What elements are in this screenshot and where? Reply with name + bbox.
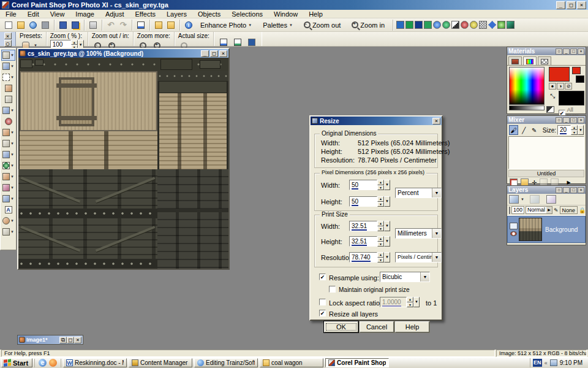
maximize-button[interactable]: □ [570,187,577,193]
mixer-more-icon[interactable]: ▶ [567,180,570,185]
pixel-width-spinner[interactable]: ▲▼ [377,180,384,190]
fit-image-to-window-icon[interactable] [232,37,243,48]
pixel-height-spinner[interactable]: ▲▼ [377,196,384,207]
mixer-canvas[interactable] [508,136,584,169]
close-button[interactable]: × [578,48,584,55]
zoom-out-button[interactable]: - Zoom out [300,20,345,31]
taskbar-task-folder[interactable]: coal wagon [260,358,323,367]
chevron-down-icon[interactable]: ▼ [420,272,429,282]
script-record-icon[interactable] [442,21,450,29]
menu-edit[interactable]: Edit [22,10,45,18]
enhance-photo-button[interactable]: Enhance Photo ▼ [196,20,256,31]
pixel-unit-combo[interactable]: Percent ▼ [395,188,442,198]
print-icon[interactable] [88,20,99,31]
browse-icon[interactable] [28,20,39,31]
script-toolbar-icon[interactable] [396,21,404,29]
scanner-icon[interactable] [40,20,51,31]
image-window[interactable]: cs_skin_grey.tga @ 100% (Background) _ □… [17,48,230,270]
mixer-size-slider-button[interactable]: ▼ [578,125,584,135]
maintain-print-size-checkbox[interactable] [329,286,336,293]
minimized-image-window[interactable]: Image1* ⧉ □ × [17,335,83,345]
brush-tool[interactable]: ▼ [1,160,15,171]
pin-icon[interactable]: ○ [556,187,562,193]
start-button[interactable]: Start [1,358,32,367]
cancel-button[interactable]: Cancel [360,321,394,332]
pixel-height-field[interactable]: 50 ▲▼ ▼ [349,196,390,207]
help-info-icon[interactable]: i [183,20,194,31]
lock-aspect-ratio-field[interactable]: 1.0000 ▲▼ ▼ [380,297,420,307]
pixel-width-field[interactable]: 50 ▲▼ ▼ [349,180,390,190]
new-layer-icon[interactable] [509,195,519,204]
layer-eye-icon[interactable] [510,231,517,236]
open-icon[interactable] [15,20,26,31]
menu-help[interactable]: Help [303,10,328,18]
color-picker-area[interactable] [509,67,545,105]
swap-colors-icon[interactable]: ⤡ [550,93,555,100]
menu-adjust[interactable]: Adjust [100,10,130,18]
minimize-button[interactable]: _ [563,48,570,55]
help-button[interactable]: Help [395,321,429,332]
tray-icon[interactable] [550,359,557,366]
mixer-brush-icon[interactable]: 🖌 [509,125,518,135]
fit-window-to-image-icon[interactable] [218,37,229,48]
blend-mode-combo[interactable]: Normal ▶ [526,206,552,214]
minimize-button[interactable]: _ [201,50,209,57]
minimize-button[interactable]: _ [563,187,570,193]
close-button[interactable]: × [577,1,586,9]
pan-tool[interactable]: ▼ [1,50,15,61]
foreground-color-swatch[interactable] [549,67,570,82]
taskbar-task-content-manager[interactable]: Content Manager Plus [129,358,192,367]
print-height-field[interactable]: 32.51 ▲▼ ▼ [349,236,390,247]
layer-row-background[interactable]: Background [507,216,586,243]
menu-effects[interactable]: Effects [130,10,161,18]
menu-objects[interactable]: Objects [192,10,226,18]
print-width-slider-button[interactable]: ▼ [384,221,390,231]
print-height-slider-button[interactable]: ▼ [384,236,390,247]
script-toolbar-icon[interactable] [405,21,413,29]
pick-tool[interactable]: ▼ [1,105,15,116]
zoom-in-button[interactable]: + Zoom in [347,20,389,31]
resize-dialog[interactable]: Resize × Original Dimensions Width: 512 … [309,115,443,321]
tab-rainbow[interactable] [523,56,537,66]
menu-view[interactable]: View [45,10,70,18]
close-button[interactable]: × [74,337,81,343]
mixer-size-input[interactable]: 20 ▲▼ ▼ [557,125,584,135]
workspace-save-icon[interactable] [165,20,176,31]
internet-explorer-icon[interactable]: e [39,359,47,367]
lock-ratio-spinner[interactable]: ▲▼ [407,297,413,307]
text-tool[interactable]: A [1,204,15,215]
delete-layer-icon[interactable] [530,195,540,204]
workspace-open-icon[interactable] [153,20,164,31]
chevron-down-icon[interactable]: ▼ [432,229,441,238]
app-titlebar[interactable]: Corel Paint Shop Pro Photo XI - cs_skin_… [0,0,588,10]
clone-tool[interactable]: ▼ [1,138,15,149]
script-step-icon[interactable] [488,21,496,29]
close-icon[interactable]: × [4,33,12,39]
taskbar-task-word[interactable]: W Reskinning.doc - Microso... [63,358,127,367]
maximize-button[interactable]: □ [210,50,218,57]
close-button[interactable]: × [578,117,584,123]
restore-button[interactable]: ⧉ [59,337,67,343]
menu-selections[interactable]: Selections [226,10,268,18]
picture-tube-tool[interactable]: ▼ [1,193,15,204]
print-width-field[interactable]: 32.51 ▲▼ ▼ [349,221,390,231]
selection-tool[interactable]: ▼ [1,72,15,83]
mixer-dropper-icon[interactable]: ✎ [530,125,539,135]
undo-icon[interactable]: ↶ [105,20,116,31]
tool-options-handle[interactable]: × ○ [0,32,16,46]
resize-all-layers-checkbox[interactable] [319,310,326,316]
background-color-small[interactable] [576,75,584,83]
maximize-button[interactable]: □ [67,337,74,343]
eraser-tool[interactable]: ▼ [1,182,15,193]
pin-icon[interactable]: ○ [556,48,562,55]
chevron-down-icon[interactable]: ▼ [432,253,441,262]
lock-ratio-slider-button[interactable]: ▼ [413,297,420,307]
red-eye-tool[interactable] [1,116,15,127]
pin-icon[interactable]: ○ [4,40,12,47]
maximize-button[interactable]: □ [567,1,576,9]
script-stop-icon[interactable] [461,21,469,29]
shape-tool[interactable]: ▼ [1,215,15,226]
save-icon[interactable] [58,20,69,31]
menu-layers[interactable]: Layers [161,10,192,18]
layers-titlebar[interactable]: Layers ○ _ □ × [507,186,586,194]
